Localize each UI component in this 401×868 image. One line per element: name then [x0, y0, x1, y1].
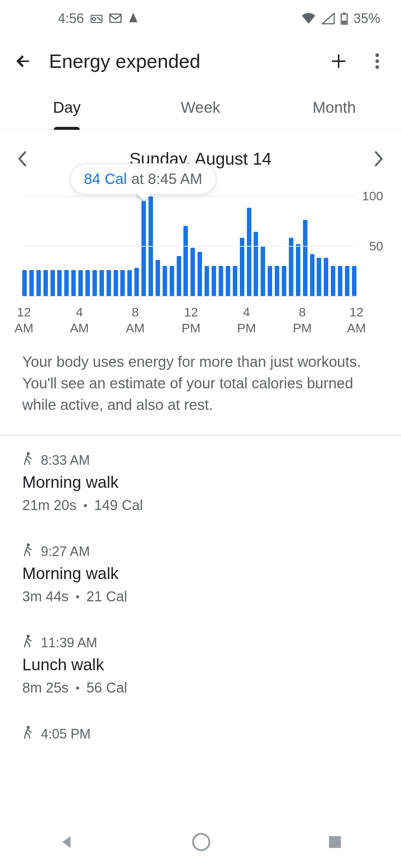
- status-left: 4:56: [13, 11, 138, 26]
- chart-bar[interactable]: [156, 260, 160, 296]
- x-axis-label: 12PM: [182, 304, 200, 336]
- x-axis-label: 4PM: [237, 304, 256, 336]
- separator-dot: [84, 504, 87, 507]
- svg-rect-14: [329, 836, 341, 848]
- notification-icon: [128, 11, 138, 26]
- sys-home-button[interactable]: [192, 832, 211, 852]
- gridline-100: [22, 196, 356, 197]
- cell-signal-icon: [322, 13, 335, 24]
- chart-bar[interactable]: [268, 266, 272, 296]
- chart-x-axis: 12AM4AM8AM12PM4PM8PM12AM: [22, 304, 356, 338]
- chart-bar[interactable]: [226, 266, 230, 296]
- chart-bar[interactable]: [64, 270, 69, 296]
- tab-month[interactable]: Month: [267, 85, 401, 129]
- activity-duration: 21m 20s: [22, 497, 76, 513]
- chart-bar[interactable]: [29, 270, 34, 296]
- tab-week[interactable]: Week: [134, 85, 267, 129]
- chart-bar[interactable]: [212, 266, 216, 296]
- gridline-50: [22, 246, 356, 247]
- chart-bar[interactable]: [261, 246, 265, 296]
- x-axis-label: 8AM: [126, 304, 145, 336]
- sys-back-button[interactable]: [58, 833, 76, 851]
- y-axis-label: 50: [369, 239, 383, 253]
- chart-bar[interactable]: [43, 270, 48, 296]
- x-axis-label: 4AM: [70, 304, 89, 336]
- back-button[interactable]: [10, 48, 37, 75]
- chart-bar[interactable]: [50, 270, 55, 296]
- tooltip-value: 84 Cal: [84, 171, 127, 187]
- energy-chart[interactable]: 84 Cal at 8:45 AM 50100 12AM4AM8AM12PM4P…: [22, 196, 379, 338]
- chart-bar[interactable]: [331, 266, 335, 296]
- activity-calories: 56 Cal: [87, 680, 127, 696]
- chart-bar[interactable]: [85, 270, 90, 296]
- chart-bar[interactable]: [163, 266, 167, 296]
- info-text: Your body uses energy for more than just…: [0, 338, 401, 435]
- chart-bar[interactable]: [338, 266, 342, 296]
- activity-time: 11:39 AM: [41, 635, 97, 651]
- chart-bar[interactable]: [219, 266, 223, 296]
- status-right: 35%: [301, 11, 380, 26]
- chart-bar[interactable]: [352, 266, 356, 296]
- walk-icon: [22, 634, 33, 651]
- chart-bar[interactable]: [177, 256, 181, 296]
- chart-bar[interactable]: [183, 226, 188, 296]
- chart-bar[interactable]: [36, 270, 41, 296]
- chart-bar[interactable]: [296, 244, 300, 296]
- chart-bar[interactable]: [233, 266, 237, 296]
- chart-bar[interactable]: [141, 201, 146, 296]
- walk-icon: [22, 543, 33, 560]
- more-options-button[interactable]: [364, 48, 391, 75]
- activity-item[interactable]: 8:33 AMMorning walk21m 20s149 Cal: [22, 435, 379, 527]
- chart-bar[interactable]: [170, 266, 174, 296]
- chart-bar[interactable]: [282, 266, 286, 296]
- svg-point-7: [375, 59, 379, 63]
- chart-bar[interactable]: [254, 232, 258, 296]
- activity-item[interactable]: 4:05 PM: [22, 709, 379, 756]
- activity-item[interactable]: 9:27 AMMorning walk3m 44s21 Cal: [22, 527, 379, 618]
- prev-day-button[interactable]: [9, 145, 36, 172]
- chart-bar[interactable]: [310, 254, 314, 296]
- svg-rect-5: [342, 21, 346, 23]
- separator-dot: [76, 595, 79, 598]
- chart-bar[interactable]: [92, 270, 97, 296]
- chart-bar[interactable]: [205, 266, 209, 296]
- add-button[interactable]: [325, 48, 352, 75]
- chart-bar[interactable]: [190, 248, 195, 296]
- chart-bar[interactable]: [345, 266, 349, 296]
- chart-bar[interactable]: [324, 258, 328, 296]
- chart-bar[interactable]: [57, 270, 62, 296]
- chart-bar[interactable]: [120, 270, 125, 296]
- chart-bar[interactable]: [303, 220, 307, 296]
- chart-bar[interactable]: [107, 270, 111, 296]
- activity-title: Morning walk: [22, 473, 379, 491]
- activity-duration: 3m 44s: [22, 589, 69, 605]
- svg-point-13: [193, 834, 209, 850]
- x-axis-label: 12AM: [14, 304, 33, 336]
- sys-recent-button[interactable]: [327, 834, 343, 850]
- chart-bar[interactable]: [134, 268, 139, 296]
- chart-bar[interactable]: [100, 270, 104, 296]
- chart-bar[interactable]: [78, 270, 83, 296]
- activity-subtitle: 8m 25s56 Cal: [22, 680, 379, 696]
- svg-point-8: [375, 65, 379, 69]
- chart-baseline: [22, 296, 356, 297]
- chart-bar[interactable]: [22, 270, 27, 296]
- chart-bar[interactable]: [114, 270, 118, 296]
- chart-tooltip: 84 Cal at 8:45 AM: [70, 163, 216, 195]
- chart-bar[interactable]: [127, 270, 132, 296]
- activity-subtitle: 21m 20s149 Cal: [22, 497, 379, 513]
- svg-point-12: [27, 726, 30, 729]
- activity-item[interactable]: 11:39 AMLunch walk8m 25s56 Cal: [22, 618, 379, 709]
- status-bar: 4:56 35%: [0, 0, 401, 37]
- chart-bar[interactable]: [71, 270, 76, 296]
- walk-icon: [22, 452, 33, 468]
- svg-point-10: [27, 543, 30, 546]
- tab-day[interactable]: Day: [0, 85, 134, 129]
- next-day-button[interactable]: [365, 145, 392, 172]
- chart-bar[interactable]: [247, 208, 251, 296]
- chart-bar[interactable]: [275, 266, 279, 296]
- chart-bar[interactable]: [317, 258, 321, 296]
- time-range-tabs: DayWeekMonth: [0, 85, 401, 130]
- chart-bar[interactable]: [198, 252, 202, 296]
- wifi-icon: [301, 13, 316, 24]
